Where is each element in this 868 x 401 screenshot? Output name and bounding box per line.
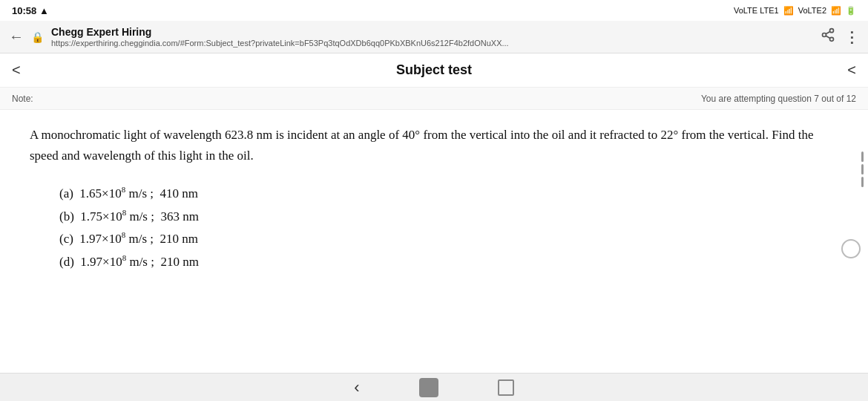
share-icon[interactable] xyxy=(821,27,835,46)
browser-bar: ← 🔒 Chegg Expert Hiring https://experthi… xyxy=(0,21,868,53)
nav-home-button[interactable] xyxy=(419,378,438,397)
nav-back-icon[interactable]: ‹ xyxy=(354,378,359,397)
svg-point-1 xyxy=(823,33,826,37)
signal1-icon: 📶 xyxy=(783,6,794,16)
browser-actions: ⋮ xyxy=(821,27,859,46)
page-forward-button[interactable]: < xyxy=(847,62,856,79)
lock-icon: 🔒 xyxy=(31,31,44,43)
from2: from xyxy=(682,128,706,142)
option-a[interactable]: (a) 1.65×108 m/s ; 410 nm xyxy=(59,183,838,206)
option-c[interactable]: (c) 1.97×108 m/s ; 210 nm xyxy=(59,228,838,251)
page-content: < Subject test < Note: You are attemptin… xyxy=(0,53,868,285)
svg-line-3 xyxy=(826,36,830,38)
page-header: < Subject test < xyxy=(0,53,868,88)
option-b[interactable]: (b) 1.75×108 m/s ; 363 nm xyxy=(59,206,838,229)
svg-point-0 xyxy=(830,29,834,33)
note-label: Note: xyxy=(12,94,33,104)
nav-recents-button[interactable] xyxy=(498,379,514,396)
bottom-nav: ‹ xyxy=(0,373,868,401)
and2-text: and xyxy=(62,149,80,163)
scroll-bar xyxy=(861,177,864,187)
page-back-button[interactable]: < xyxy=(12,62,21,79)
svg-point-2 xyxy=(830,37,834,41)
and-text: and xyxy=(568,128,587,142)
circle-button[interactable] xyxy=(841,239,861,258)
from1: from xyxy=(423,128,447,142)
network1-label: VoLTE LTE1 xyxy=(734,6,779,15)
network-indicators: VoLTE LTE1 📶 VoLTE2 📶 🔋 xyxy=(734,6,856,16)
scroll-indicator xyxy=(861,151,864,187)
option-d[interactable]: (d) 1.97×108 m/s ; 210 nm xyxy=(59,251,838,274)
scroll-bar xyxy=(861,164,864,175)
scroll-bar xyxy=(861,151,864,162)
page-title: Subject test xyxy=(396,62,472,78)
site-title: Chegg Expert Hiring xyxy=(51,26,813,39)
signal2-icon: 📶 xyxy=(831,6,841,16)
progress-text: You are attempting question 7 out of 12 xyxy=(701,94,856,104)
svg-line-4 xyxy=(826,31,830,33)
site-url: https://experthiring.cheggindia.com/#For… xyxy=(51,39,719,48)
more-options-icon[interactable]: ⋮ xyxy=(844,28,859,46)
status-bar: 10:58 ▲ VoLTE LTE1 📶 VoLTE2 📶 🔋 xyxy=(0,0,868,21)
browser-back-button[interactable]: ← xyxy=(9,28,24,45)
battery-icon: 🔋 xyxy=(846,6,856,16)
clock-time: 10:58 xyxy=(12,5,36,16)
question-area: A monochromatic light of wavelength 623.… xyxy=(0,110,868,285)
network2-label: VoLTE2 xyxy=(798,6,826,15)
options-list: (a) 1.65×108 m/s ; 410 nm (b) 1.75×108 m… xyxy=(30,183,838,273)
question-text: A monochromatic light of wavelength 623.… xyxy=(30,125,838,166)
note-bar: Note: You are attempting question 7 out … xyxy=(0,88,868,110)
warning-icon: ▲ xyxy=(39,5,49,16)
time-display: 10:58 ▲ xyxy=(12,5,49,16)
browser-info: Chegg Expert Hiring https://experthiring… xyxy=(51,26,813,48)
